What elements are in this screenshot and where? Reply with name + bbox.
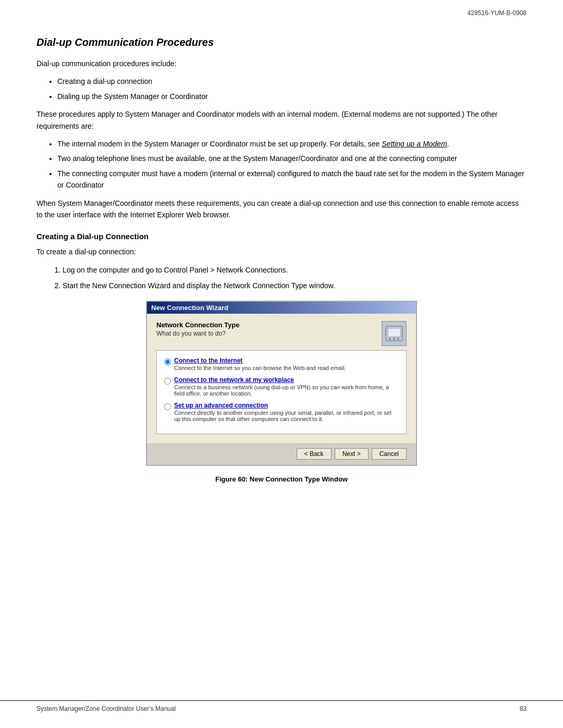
svg-point-2 [389, 338, 391, 340]
option-3-label: Set up an advanced connection Connect di… [174, 402, 399, 422]
dialog-header-row: Network Connection Type What do you want… [156, 321, 407, 346]
option-1-desc: Connect to the Internet so you can brows… [174, 365, 346, 371]
req-text-1: The internal modem in the System Manager… [57, 140, 382, 148]
dialog-section-title: Network Connection Type [156, 321, 239, 329]
dialog-titlebar: New Connection Wizard [147, 302, 416, 314]
section-heading: Creating a Dial-up Connection [36, 232, 527, 241]
radio-option-2: Connect to the network at my workplace C… [164, 376, 399, 397]
bullet-list: Creating a dial-up connection Dialing up… [57, 76, 527, 102]
back-button[interactable]: < Back [297, 448, 332, 460]
cancel-button[interactable]: Cancel [372, 448, 407, 460]
option-3-title[interactable]: Set up an advanced connection [174, 402, 268, 409]
radio-option-3: Set up an advanced connection Connect di… [164, 402, 399, 422]
req-item-2: Two analog telephone lines must be avail… [57, 153, 527, 164]
doc-number: 428516-YUM-B-0908 [468, 9, 527, 17]
dialog-options-area: Connect to the Internet Connect to the I… [156, 350, 407, 434]
option-3-desc: Connect directly to another computer usi… [174, 410, 399, 422]
intro-text: Dial-up communication procedures include… [36, 58, 527, 69]
radio-connect-internet[interactable] [164, 359, 171, 365]
option-1-title[interactable]: Connect to the Internet [174, 357, 242, 364]
radio-option-1: Connect to the Internet Connect to the I… [164, 357, 399, 371]
main-title: Dial-up Communication Procedures [36, 36, 527, 48]
req-item-1: The internal modem in the System Manager… [57, 138, 527, 150]
svg-point-4 [397, 338, 399, 340]
svg-point-3 [393, 338, 395, 340]
req-text-1-after: . [447, 140, 449, 148]
page-footer: System Manager/Zone Coordinator User's M… [0, 700, 563, 712]
list-item: Creating a dial-up connection [57, 76, 527, 87]
requirements-list: The internal modem in the System Manager… [57, 138, 527, 191]
option-1-label: Connect to the Internet Connect to the I… [174, 357, 346, 371]
page-container: 428516-YUM-B-0908 Dial-up Communication … [0, 0, 563, 728]
dialog-buttons-area: < Back Next > Cancel [147, 443, 416, 465]
para2: When System Manager/Coordinator meets th… [36, 198, 527, 221]
list-item: Dialing up the System Manager or Coordin… [57, 91, 527, 102]
modem-icon-svg [383, 322, 406, 345]
footer-left: System Manager/Zone Coordinator User's M… [36, 705, 176, 712]
dialog-header-text: Network Connection Type What do you want… [156, 321, 239, 342]
step-2: Start the New Connection Wizard and disp… [63, 280, 527, 291]
steps-list: Log on the computer and go to Control Pa… [63, 264, 527, 292]
dialog-window: New Connection Wizard Network Connection… [146, 301, 417, 466]
req-item-3: The connecting computer must have a mode… [57, 168, 527, 191]
dialog-body: Network Connection Type What do you want… [147, 314, 416, 443]
figure-caption: Figure 60: New Connection Type Window [36, 475, 527, 483]
option-2-title[interactable]: Connect to the network at my workplace [174, 376, 294, 384]
footer-right: 83 [520, 705, 527, 712]
radio-connect-workplace[interactable] [164, 378, 171, 385]
option-2-desc: Connect to a business network (using dia… [174, 384, 399, 397]
setting-up-modem-link[interactable]: Setting up a Modem [382, 140, 447, 148]
network-connection-icon [382, 321, 407, 346]
para1: These procedures apply to System Manager… [36, 108, 527, 132]
option-2-label: Connect to the network at my workplace C… [174, 376, 399, 397]
radio-advanced-connection[interactable] [164, 403, 171, 410]
create-intro: To create a dial-up connection: [36, 246, 527, 257]
next-button[interactable]: Next > [335, 448, 369, 460]
dialog-section-subtitle: What do you want to do? [156, 330, 239, 337]
svg-rect-1 [388, 328, 400, 337]
step-1: Log on the computer and go to Control Pa… [63, 264, 527, 276]
